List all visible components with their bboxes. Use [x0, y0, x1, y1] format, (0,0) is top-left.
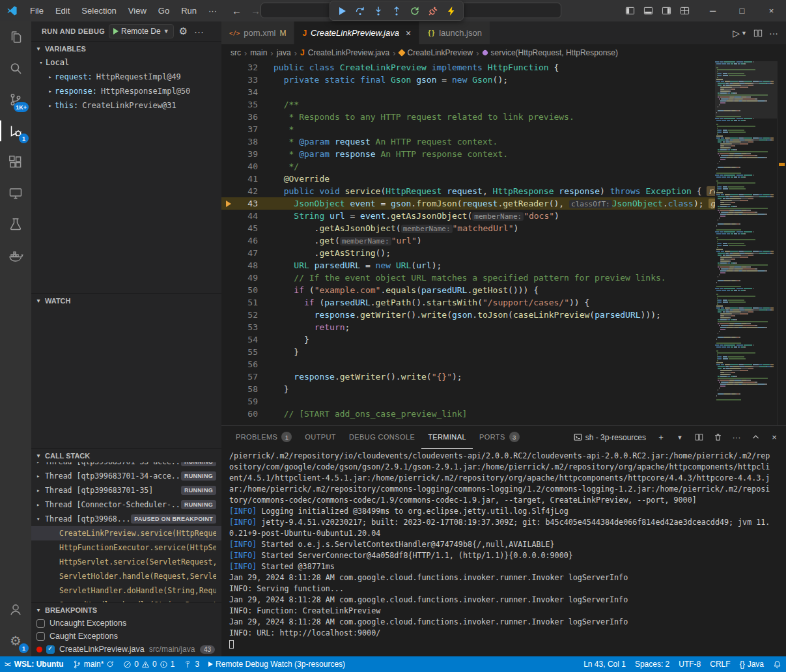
terminal-instance-label[interactable]: sh - 3p-resources	[574, 433, 646, 442]
breakpoint-gutter[interactable]	[221, 247, 236, 259]
sidebar-item-explorer[interactable]	[0, 21, 31, 53]
code-line[interactable]: 56	[221, 358, 715, 371]
code-line[interactable]: 60 // [START add_ons_case_preview_link]	[221, 408, 715, 420]
restart-button[interactable]	[406, 3, 423, 20]
breakpoint-gutter[interactable]	[221, 371, 236, 383]
breadcrumb-method[interactable]: service(HttpRequest, HttpResponse)	[491, 48, 618, 57]
split-terminal-button[interactable]	[692, 430, 705, 445]
sidebar-item-source-control[interactable]: 1K+	[0, 84, 31, 115]
breadcrumb-file[interactable]: CreateLinkPreview.java	[308, 48, 389, 57]
variables-scope-local[interactable]: ▾Local	[31, 55, 221, 70]
code-line[interactable]: 34	[221, 86, 715, 98]
breakpoint-gutter[interactable]	[221, 321, 236, 333]
call-stack-thread[interactable]: ▾Thread [qtp39968...PAUSED ON BREAKPOINT	[31, 512, 221, 526]
code-line[interactable]: 32public class CreateLinkPreview impleme…	[221, 61, 715, 74]
variables-section-header[interactable]: ▾ VARIABLES	[31, 41, 221, 55]
terminal-dropdown-icon[interactable]: ▼	[673, 430, 686, 445]
run-java-button[interactable]: ▷▼	[733, 28, 747, 38]
breakpoint-file-row[interactable]: CreateLinkPreview.java src/main/java 43	[31, 643, 221, 656]
code-line[interactable]: 52 response.getWriter().write(gson.toJso…	[221, 309, 715, 321]
call-stack-section-header[interactable]: ▾ CALL STACK	[31, 448, 221, 462]
code-line[interactable]: 43 JsonObject event = gson.fromJson(requ…	[221, 197, 715, 210]
panel-more-actions-button[interactable]: ···	[730, 430, 743, 445]
menu-more-icon[interactable]: ···	[203, 6, 223, 16]
call-stack-thread[interactable]: ▸Thread [qtp399683701-35]RUNNING	[31, 483, 221, 497]
code-line[interactable]: 35 /**	[221, 98, 715, 111]
terminal-output[interactable]: /pierrick/.m2/repository/io/cloudevents/…	[221, 449, 786, 656]
menu-selection[interactable]: Selection	[76, 6, 122, 16]
code-line[interactable]: 53 return;	[221, 321, 715, 333]
toggle-panel-icon[interactable]	[641, 4, 655, 18]
breakpoint-gutter[interactable]	[221, 259, 236, 272]
problems-indicator[interactable]: 0 0 1	[119, 656, 179, 672]
code-line[interactable]: 49 // If the event object URL matches a …	[221, 272, 715, 284]
sidebar-item-docker[interactable]	[0, 240, 31, 272]
code-line[interactable]: 46 .get(memberName:"url")	[221, 234, 715, 247]
code-line[interactable]: 57 response.getWriter().write("{}");	[221, 371, 715, 383]
breakpoint-gutter[interactable]	[221, 309, 236, 321]
panel-tab-output[interactable]: OUTPUT	[298, 426, 343, 449]
code-line[interactable]: 47 .getAsString();	[221, 247, 715, 259]
breakpoint-gutter[interactable]	[221, 272, 236, 284]
breadcrumb-src[interactable]: src	[231, 48, 241, 57]
debug-settings-gear-icon[interactable]: ⚙	[178, 25, 189, 37]
breadcrumb-main[interactable]: main	[250, 48, 267, 57]
code-line[interactable]: 58 }	[221, 383, 715, 395]
breakpoint-gutter[interactable]	[221, 173, 236, 185]
code-line[interactable]: 59	[221, 395, 715, 408]
language-mode-indicator[interactable]: {}Java	[735, 656, 768, 672]
breakpoint-gutter[interactable]	[221, 61, 236, 74]
breakpoint-gutter[interactable]	[221, 346, 236, 358]
breakpoint-gutter[interactable]	[221, 210, 236, 222]
maximize-panel-icon[interactable]	[749, 430, 762, 445]
settings-gear-icon[interactable]: ⚙ 1	[0, 625, 31, 656]
breadcrumb-java[interactable]: java	[277, 48, 291, 57]
code-line[interactable]: 37 *	[221, 123, 715, 135]
breakpoint-gutter[interactable]	[221, 296, 236, 309]
nav-forward-button[interactable]: →	[251, 5, 260, 16]
menu-run[interactable]: Run	[175, 6, 203, 16]
hot-code-replace-button[interactable]	[443, 3, 460, 20]
breakpoint-gutter[interactable]	[221, 185, 236, 197]
code-line[interactable]: 45 .getAsJsonObject(memberName:"matchedU…	[221, 222, 715, 234]
breakpoint-gutter[interactable]	[221, 395, 236, 408]
git-branch-indicator[interactable]: main*	[68, 656, 119, 672]
sidebar-item-extensions[interactable]	[0, 147, 31, 178]
breakpoint-caught-exceptions[interactable]: Caught Exceptions	[31, 630, 221, 643]
breakpoint-gutter[interactable]	[221, 111, 236, 123]
menu-go[interactable]: Go	[152, 6, 175, 16]
scrollbar[interactable]	[777, 61, 786, 425]
code-line[interactable]: 55 }	[221, 346, 715, 358]
breakpoint-gutter[interactable]	[221, 408, 236, 420]
code-line[interactable]: 38 * @param request An HTTP request cont…	[221, 135, 715, 148]
call-stack-frame[interactable]: HttpFunctionExecutor.service(HttpSer	[31, 540, 221, 555]
start-debug-icon[interactable]	[113, 28, 119, 35]
tab-createlinkpreview-java[interactable]: J CreateLinkPreview.java ×	[294, 21, 419, 44]
sidebar-item-testing[interactable]	[0, 209, 31, 240]
breakpoint-gutter[interactable]	[221, 86, 236, 98]
call-stack-frame[interactable]: ServletHolder.handle(Request,Servlet	[31, 569, 221, 583]
toggle-secondary-sidebar-icon[interactable]	[659, 4, 673, 18]
call-stack-thread[interactable]: ▸Thread [qtp399683701-34-acce...RUNNING	[31, 469, 221, 483]
breakpoint-gutter[interactable]	[221, 284, 236, 296]
code-line[interactable]: 54 }	[221, 333, 715, 346]
breakpoint-gutter[interactable]	[221, 234, 236, 247]
close-button[interactable]: ×	[757, 0, 786, 21]
breakpoint-gutter[interactable]	[221, 358, 236, 371]
debug-config-dropdown[interactable]: Remote De ▼	[109, 24, 174, 38]
menu-view[interactable]: View	[122, 6, 152, 16]
breakpoint-gutter[interactable]	[221, 160, 236, 173]
minimap[interactable]	[715, 61, 777, 425]
code-line[interactable]: 39 * @param response An HTTP response co…	[221, 148, 715, 160]
continue-button[interactable]	[333, 3, 350, 20]
call-stack-list[interactable]: ▸Thread [qtp399683701-33-acce...RUNNING▸…	[31, 462, 221, 602]
code-line[interactable]: 44 String url = event.getAsJsonObject(me…	[221, 210, 715, 222]
breakpoint-gutter[interactable]	[221, 135, 236, 148]
call-stack-thread[interactable]: ▸Thread [qtp399683701-33-acce...RUNNING	[31, 462, 221, 469]
code-line[interactable]: 33 private static final Gson gson = new …	[221, 74, 715, 86]
variable-row[interactable]: ▸request:HttpRequestImpl@49	[31, 70, 221, 84]
breakpoint-gutter[interactable]	[221, 74, 236, 86]
breakpoint-uncaught-exceptions[interactable]: Uncaught Exceptions	[31, 617, 221, 630]
toggle-sidebar-icon[interactable]	[623, 4, 637, 18]
breakpoints-section-header[interactable]: ▾ BREAKPOINTS	[31, 602, 221, 617]
